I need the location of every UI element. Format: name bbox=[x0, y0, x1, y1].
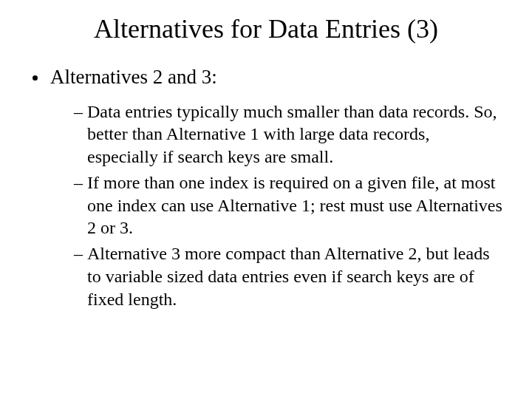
sub-item-1: –Data entries typically much smaller tha… bbox=[30, 100, 502, 168]
sub-item-2: –If more than one index is required on a… bbox=[30, 171, 502, 239]
bullet-item-1: Alternatives 2 and 3: bbox=[30, 65, 502, 90]
dash-icon: – bbox=[74, 242, 87, 265]
dash-icon: – bbox=[74, 100, 87, 123]
bullet-text-1: Alternatives 2 and 3: bbox=[50, 66, 217, 88]
sub-text-3: Alternative 3 more compact than Alternat… bbox=[87, 244, 490, 308]
sub-text-1: Data entries typically much smaller than… bbox=[87, 102, 497, 166]
slide: Alternatives for Data Entries (3) Altern… bbox=[0, 0, 532, 399]
dash-icon: – bbox=[74, 171, 87, 194]
sub-text-2: If more than one index is required on a … bbox=[87, 173, 502, 237]
bullet-icon bbox=[33, 75, 38, 81]
sub-item-3: –Alternative 3 more compact than Alterna… bbox=[30, 242, 502, 310]
slide-title: Alternatives for Data Entries (3) bbox=[30, 13, 502, 44]
